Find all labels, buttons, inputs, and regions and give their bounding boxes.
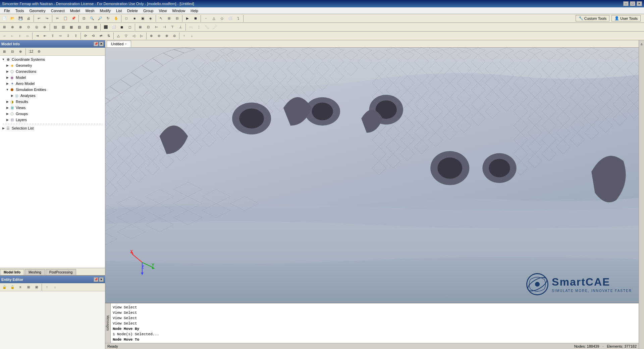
tree-sim-entities[interactable]: ▼ ⬢ Simulation Entities (0, 87, 105, 93)
tb3-20[interactable]: ⊖ (155, 32, 163, 40)
tb3-1[interactable]: → (1, 32, 8, 40)
tb-pan[interactable]: ✋ (112, 15, 120, 22)
menu-list[interactable]: List (113, 8, 124, 13)
tab-untitled[interactable]: Untitled × (107, 41, 131, 47)
tb-deselect[interactable]: ⊟ (173, 15, 181, 22)
connections-expander[interactable]: ▶ (5, 69, 9, 73)
tb-rotate[interactable]: ↻ (104, 15, 112, 22)
tb3-2[interactable]: ← (8, 32, 16, 40)
tb3-6[interactable]: ⇤ (41, 32, 49, 40)
tb3-10[interactable]: ⇪ (72, 32, 79, 40)
groups-expander[interactable]: ▶ (5, 112, 9, 116)
tb-zoom-in[interactable]: 🔍 (88, 15, 96, 22)
coord-expander[interactable]: ▼ (1, 57, 5, 61)
tree-layers[interactable]: ▶ ⊟ Layers (0, 117, 105, 123)
menu-tools[interactable]: Tools (13, 8, 27, 13)
ee-tb-6[interactable]: ↑ (43, 284, 51, 291)
entity-editor-controls[interactable]: 📌 ✕ (94, 277, 104, 282)
tree-views[interactable]: ▶ ⊞ Views (0, 105, 105, 111)
close-button[interactable]: ✕ (637, 1, 642, 6)
tb2-13[interactable]: ⬛ (102, 23, 109, 31)
tb-shaded[interactable]: ■ (131, 15, 138, 22)
tb2-15[interactable]: ◼ (118, 23, 125, 31)
ee-tb-4[interactable]: ⊞ (25, 284, 32, 291)
mi-tb-1[interactable]: ⊞ (1, 48, 8, 55)
tb2-6[interactable]: ⊛ (41, 23, 48, 31)
tb3-15[interactable]: △ (115, 32, 122, 40)
tree-analyses[interactable]: ▶ ◎ Analyses (0, 93, 105, 99)
views-expander[interactable]: ▶ (5, 106, 9, 110)
tree-model[interactable]: ▶ ◉ Model (0, 74, 105, 81)
tb3-24[interactable]: ↓ (188, 32, 196, 40)
aero-expander[interactable]: ▶ (5, 82, 9, 86)
tb2-4[interactable]: ⊙ (25, 23, 32, 31)
tab-model-info[interactable]: Model Info (0, 269, 24, 275)
mi-tb-3[interactable]: ⊕ (17, 48, 24, 55)
tb3-11[interactable]: ⟳ (82, 32, 89, 40)
tb3-7[interactable]: ⇧ (49, 32, 56, 40)
tree-groups[interactable]: ▶ ⬡ Groups (0, 111, 105, 117)
tb-wireframe[interactable]: □ (123, 15, 130, 22)
tree-coord-systems[interactable]: ▼ ⊕ Coordinate Systems (0, 56, 105, 62)
tb-zoom-out[interactable]: 🔎 (96, 15, 104, 22)
menu-view[interactable]: View (156, 8, 169, 13)
tb2-14[interactable]: ⬜ (110, 23, 117, 31)
tb-node[interactable]: ◦ (202, 15, 210, 22)
tb2-26[interactable]: ⋰ (211, 23, 219, 31)
tree-results[interactable]: ▶ ◑ Results (0, 99, 105, 105)
side-tab-label[interactable]: ⊲ (639, 42, 644, 47)
tb2-11[interactable]: ▨ (84, 23, 91, 31)
messages-label[interactable]: Messages (105, 303, 111, 343)
tb3-8[interactable]: ⇨ (57, 32, 64, 40)
tb3-17[interactable]: ◁ (130, 32, 138, 40)
mi-tb-4[interactable]: :12 (27, 48, 35, 55)
tb-save[interactable]: 💾 (17, 15, 24, 22)
maximize-button[interactable]: □ (630, 1, 635, 6)
model-info-header-controls[interactable]: 📌 ✕ (94, 42, 104, 46)
tb2-12[interactable]: ▩ (92, 23, 99, 31)
tb2-17[interactable]: ⊠ (137, 23, 144, 31)
tb2-18[interactable]: ⊡ (145, 23, 152, 31)
tb2-2[interactable]: ⊕ (9, 23, 16, 31)
tb-load[interactable]: ⤵ (234, 15, 242, 22)
menu-mesh[interactable]: Mesh (83, 8, 97, 13)
tb-cut[interactable]: ✂ (54, 15, 61, 22)
tb2-3[interactable]: ⊗ (17, 23, 24, 31)
custom-tools-button[interactable]: 🔧 Custom Tools (576, 15, 609, 21)
tb-undo[interactable]: ↩ (35, 15, 43, 22)
tb2-20[interactable]: ⊣ (161, 23, 168, 31)
tab-meshing[interactable]: Meshing (25, 269, 45, 275)
menu-geometry[interactable]: Geometry (26, 8, 48, 13)
user-tools-button[interactable]: 👤 User Tools (611, 15, 641, 21)
minimize-button[interactable]: ─ (623, 1, 629, 6)
tb3-13[interactable]: ⇄ (97, 32, 105, 40)
close-panel-button[interactable]: ✕ (99, 42, 104, 46)
tb-run[interactable]: ▶ (184, 15, 191, 22)
tb-new[interactable]: 📄 (1, 15, 8, 22)
tb2-7[interactable]: ▤ (51, 23, 59, 31)
layers-expander[interactable]: ▶ (5, 118, 9, 122)
ee-tb-3[interactable]: ≡ (17, 284, 24, 291)
messages-content[interactable]: View SelectView SelectView SelectView Se… (111, 303, 639, 343)
menu-file[interactable]: File (1, 8, 13, 13)
side-panel-tab[interactable]: ⊲ (639, 40, 644, 349)
tb-material[interactable]: ◇ (218, 15, 226, 22)
tb-paste[interactable]: 📌 (70, 15, 77, 22)
menu-window[interactable]: Window (169, 8, 188, 13)
tab-postprocessing[interactable]: PostProcessing (46, 269, 76, 275)
tb2-8[interactable]: ▥ (59, 23, 67, 31)
results-expander[interactable]: ▶ (5, 100, 9, 104)
viewport[interactable]: Z X Y (105, 48, 639, 303)
tb2-23[interactable]: ⋯ (187, 23, 195, 31)
ee-tb-7[interactable]: ↓ (51, 284, 59, 291)
pin-button[interactable]: 📌 (94, 42, 98, 46)
tb2-1[interactable]: ⊞ (1, 23, 8, 31)
tb2-10[interactable]: ▧ (75, 23, 83, 31)
tb2-9[interactable]: ▦ (67, 23, 75, 31)
tb3-9[interactable]: ⇩ (64, 32, 72, 40)
tb-zoom-fit[interactable]: ⊡ (80, 15, 88, 22)
tree-connections[interactable]: ▶ ⬡ Connections (0, 68, 105, 74)
tb2-21[interactable]: ⊤ (169, 23, 176, 31)
tb3-16[interactable]: ▽ (122, 32, 130, 40)
analyses-expander[interactable]: ▶ (10, 94, 14, 98)
